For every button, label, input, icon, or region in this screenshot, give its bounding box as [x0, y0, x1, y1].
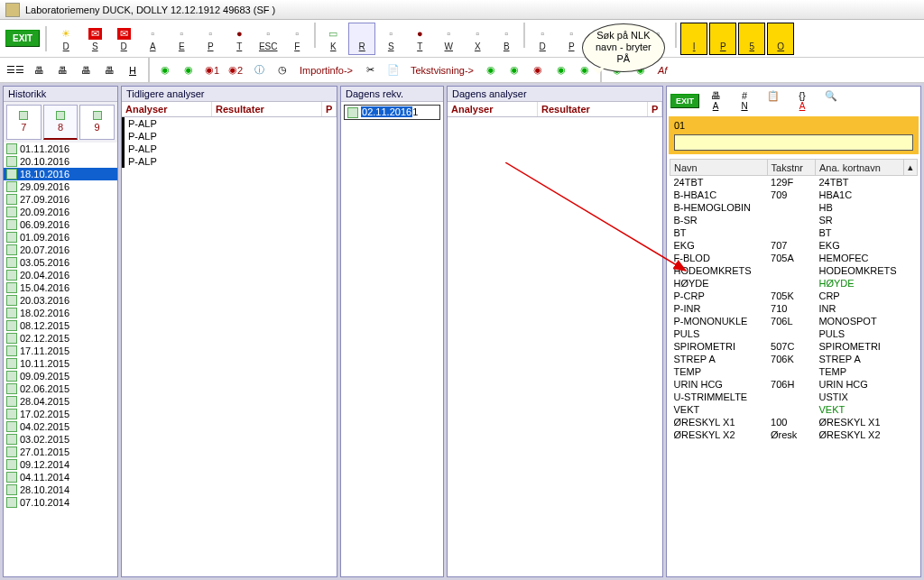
search-input[interactable]	[674, 134, 913, 151]
right-rn-button[interactable]: # N	[732, 90, 757, 111]
history-row[interactable]: 03.05.2016	[4, 256, 117, 269]
print2-icon[interactable]: 🖶	[52, 60, 72, 80]
catalog-row[interactable]: B-SR SR	[670, 214, 918, 226]
tb-t-button[interactable]: ● T	[226, 23, 253, 55]
tb-i-button[interactable]: I	[680, 23, 707, 55]
history-row[interactable]: 01.11.2016	[4, 143, 117, 155]
catalog-row[interactable]: ØRESKYL X1 100 ØRESKYL X1	[670, 416, 918, 428]
text-icon[interactable]: 📄	[383, 60, 403, 80]
tb-o2-button[interactable]: O	[767, 23, 794, 55]
catalog-row[interactable]: 24TBT 129F 24TBT	[670, 176, 918, 189]
dag-list[interactable]	[448, 117, 662, 576]
history-tab-8[interactable]: 8	[43, 105, 79, 140]
af-link[interactable]: Af	[654, 65, 670, 76]
catalog-row[interactable]: TEMP TEMP	[670, 365, 918, 378]
history-row[interactable]: 18.10.2016	[4, 168, 117, 180]
print1-icon[interactable]: 🖶	[29, 60, 49, 80]
history-row[interactable]: 07.10.2014	[4, 496, 117, 509]
h-button[interactable]: H	[123, 60, 143, 80]
tb-r-button[interactable]: R	[348, 23, 375, 55]
col-kortnavn[interactable]: Ana. kortnavn	[815, 160, 903, 176]
prev-row[interactable]: P-ALP	[122, 130, 337, 143]
tb-esc-button[interactable]: ▫ ESC	[254, 23, 282, 55]
exit-button[interactable]: EXIT	[5, 30, 40, 47]
tb-p3-button[interactable]: P	[709, 23, 736, 55]
col-p[interactable]: P	[322, 102, 337, 116]
history-row[interactable]: 17.02.2015	[4, 408, 117, 420]
print3-icon[interactable]: 🖶	[76, 60, 96, 80]
catalog-row[interactable]: PULS PULS	[670, 327, 918, 340]
right-rlast-button[interactable]: 🔍	[818, 90, 844, 111]
catalog-row[interactable]: SPIROMETRI 507C SPIROMETRI	[670, 340, 918, 353]
tb-f-button[interactable]: ▫ F	[283, 23, 310, 55]
right-ry-button[interactable]: 📋	[761, 90, 786, 111]
history-row[interactable]: 20.07.2016	[4, 244, 117, 256]
history-row[interactable]: 28.10.2014	[4, 483, 117, 496]
dot-g5-icon[interactable]: ◉	[551, 60, 571, 80]
crop-icon[interactable]: ✂	[360, 60, 380, 80]
layout-icon[interactable]: ☰☰	[5, 60, 25, 80]
dot-g3-icon[interactable]: ◉	[481, 60, 501, 80]
dag-col-p[interactable]: P	[648, 102, 662, 116]
tb-env1-button[interactable]: ✉ S	[81, 23, 108, 55]
dot-r3-icon[interactable]: ◉	[528, 60, 548, 80]
col-navn[interactable]: Navn	[670, 160, 768, 176]
prev-row[interactable]: P-ALP	[122, 117, 337, 130]
catalog-row[interactable]: P-MONONUKLE 706L MONOSPOT	[670, 315, 918, 327]
right-ra-button[interactable]: 🖶 A	[703, 90, 728, 111]
catalog-row[interactable]: URIN HCG 706H URIN HCG	[670, 378, 918, 391]
prev-row[interactable]: P-ALP	[122, 155, 337, 168]
history-row[interactable]: 15.04.2016	[4, 281, 117, 294]
previous-list[interactable]: P-ALP P-ALP P-ALP P-ALP	[122, 117, 337, 576]
catalog-row[interactable]: HODEOMKRETS HODEOMKRETS	[670, 264, 918, 277]
tb-x-button[interactable]: ▫ X	[464, 23, 491, 55]
catalog-row[interactable]: STREP A 706K STREP A	[670, 353, 918, 365]
catalog-row[interactable]: BT BT	[670, 226, 918, 239]
history-row[interactable]: 20.10.2016	[4, 155, 117, 168]
catalog-row[interactable]: HØYDE HØYDE	[670, 277, 918, 290]
history-row[interactable]: 20.04.2016	[4, 269, 117, 281]
catalog-row[interactable]: F-BLOD 705A HEMOFEC	[670, 252, 918, 264]
history-row[interactable]: 08.12.2015	[4, 319, 117, 332]
dot-red1-icon[interactable]: ◉1	[202, 60, 222, 80]
catalog-row[interactable]: P-INR 710 INR	[670, 302, 918, 315]
history-tab-9[interactable]: 9	[79, 105, 115, 140]
clock-icon[interactable]: ◷	[273, 60, 292, 80]
catalog-row[interactable]: EKG 707 EKG	[670, 239, 918, 252]
history-row[interactable]: 04.02.2015	[4, 420, 117, 433]
history-list[interactable]: 01.11.2016 20.10.2016 18.10.2016 29.09.2…	[4, 143, 117, 576]
tb-a-button[interactable]: ▫ A	[139, 23, 166, 55]
history-row[interactable]: 03.02.2015	[4, 433, 117, 446]
history-row[interactable]: 20.03.2016	[4, 294, 117, 307]
analysis-catalog-grid[interactable]: Navn Takstnr Ana. kortnavn ▴ 24TBT 129F …	[670, 159, 918, 574]
history-row[interactable]: 09.09.2015	[4, 370, 117, 382]
history-row[interactable]: 20.09.2016	[4, 206, 117, 218]
catalog-row[interactable]: B-HEMOGLOBIN HB	[670, 201, 918, 214]
history-row[interactable]: 09.12.2014	[4, 458, 117, 471]
dag-col-analyser[interactable]: Analyser	[448, 102, 538, 116]
dot-g4-icon[interactable]: ◉	[504, 60, 524, 80]
info-icon[interactable]: ⓘ	[249, 60, 269, 80]
dot-green1-icon[interactable]: ◉	[155, 60, 175, 80]
tb-k-button[interactable]: ▭ K	[319, 23, 346, 55]
history-row[interactable]: 28.04.2015	[4, 395, 117, 408]
catalog-row[interactable]: ØRESKYL X2 Øresk ØRESKYL X2	[670, 428, 918, 441]
tb-e-button[interactable]: ▫ E	[168, 23, 195, 55]
history-row[interactable]: 17.11.2015	[4, 345, 117, 357]
tb-p-button[interactable]: ▫ P	[197, 23, 224, 55]
history-row[interactable]: 10.11.2015	[4, 357, 117, 370]
col-takstnr[interactable]: Takstnr	[767, 160, 815, 176]
rekv-date-row[interactable]: 02.11.20161	[344, 105, 440, 120]
catalog-row[interactable]: P-CRP 705K CRP	[670, 290, 918, 302]
print4-icon[interactable]: 🖶	[99, 60, 119, 80]
importinfo-link[interactable]: Importinfo->	[296, 65, 356, 76]
right-exit-button[interactable]: EXIT	[670, 94, 699, 108]
tb-t2-button[interactable]: ● T	[406, 23, 433, 55]
tb-s2-button[interactable]: ▫ S	[377, 23, 404, 55]
dot-red2-icon[interactable]: ◉2	[226, 60, 245, 80]
history-row[interactable]: 06.09.2016	[4, 218, 117, 231]
tb-d2-button[interactable]: ▫ D	[529, 23, 556, 55]
history-row[interactable]: 27.09.2016	[4, 193, 117, 206]
history-row[interactable]: 29.09.2016	[4, 180, 117, 193]
col-analyser[interactable]: Analyser	[122, 102, 212, 116]
